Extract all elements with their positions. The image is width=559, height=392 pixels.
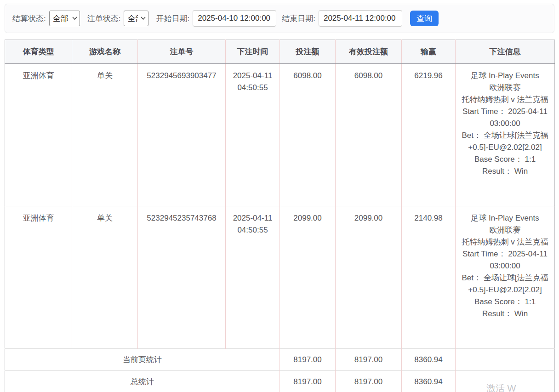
- cell-win-loss: 2140.98: [402, 206, 456, 349]
- bet-info-line: 托特纳姆热刺 v 法兰克福: [457, 94, 553, 106]
- settlement-status-select-control[interactable]: 全部: [49, 11, 80, 26]
- header-valid-bet-amount: 有效投注额: [336, 40, 402, 64]
- bet-info-line: Base Score： 1:1: [457, 296, 553, 308]
- cell-bet-info: 足球 In-Play Events 欧洲联赛 托特纳姆热刺 v 法兰克福 Sta…: [456, 64, 555, 206]
- cell-bet-amount: 6098.00: [280, 64, 336, 206]
- summary-bet-amount: 8197.00: [280, 349, 336, 371]
- order-status-select-control[interactable]: 全部: [124, 11, 148, 26]
- current-page-summary-row: 当前页统计 8197.00 8197.00 8360.94: [5, 349, 555, 371]
- cell-bet-time: 2025-04-11 04:50:55: [226, 206, 280, 349]
- activate-watermark: 激活 W: [486, 382, 516, 392]
- settlement-status-select[interactable]: 全部: [49, 11, 80, 26]
- total-summary-row: 总统计 8197.00 8197.00 8360.94: [5, 371, 555, 392]
- summary-bet-info-empty: [456, 349, 555, 371]
- summary-valid-bet-amount: 8197.00: [336, 371, 402, 392]
- header-bet-id: 注单号: [138, 40, 226, 64]
- bet-info-line: Start Time： 2025-04-11 03:00:00: [457, 248, 553, 272]
- total-summary-label: 总统计: [5, 371, 280, 392]
- cell-win-loss: 6219.96: [402, 64, 456, 206]
- bet-info-line: Start Time： 2025-04-11 03:00:00: [457, 106, 553, 130]
- summary-bet-amount: 8197.00: [280, 371, 336, 392]
- bet-info-line: Base Score： 1:1: [457, 153, 553, 165]
- bet-info-line: Bet： 全场让球[法兰克福 +0.5]-EU@2.02[2.02]: [457, 130, 553, 153]
- start-date-input[interactable]: [193, 10, 276, 27]
- cell-bet-id: 5232945693903477: [138, 64, 226, 206]
- current-page-summary-label: 当前页统计: [5, 349, 280, 371]
- table-row: 亚洲体育 单关 5232945235743768 2025-04-11 04:5…: [5, 206, 555, 349]
- end-date-label: 结束日期:: [282, 13, 315, 24]
- summary-win-loss: 8360.94: [402, 371, 456, 392]
- header-bet-amount: 投注额: [280, 40, 336, 64]
- summary-win-loss: 8360.94: [402, 349, 456, 371]
- summary-valid-bet-amount: 8197.00: [336, 349, 402, 371]
- settlement-status-label: 结算状态:: [12, 13, 46, 24]
- bet-info-line: 足球 In-Play Events: [457, 70, 553, 82]
- filter-bar: 结算状态: 全部 注单状态: 全部 开始日期: 结束日期: 查询: [5, 4, 554, 33]
- cell-valid-bet-amount: 2099.00: [336, 206, 402, 349]
- order-status-select[interactable]: 全部: [124, 11, 148, 26]
- bet-info-line: Result： Win: [457, 308, 553, 320]
- cell-sport-type: 亚洲体育: [5, 64, 72, 206]
- table-header-row: 体育类型 游戏名称 注单号 下注时间 投注额 有效投注额 输赢 下注信息: [5, 40, 555, 64]
- query-button[interactable]: 查询: [410, 11, 439, 26]
- bet-info-line: 欧洲联赛: [457, 224, 553, 236]
- header-bet-info: 下注信息: [456, 40, 555, 64]
- cell-game-name: 单关: [72, 64, 138, 206]
- cell-bet-amount: 2099.00: [280, 206, 336, 349]
- cell-sport-type: 亚洲体育: [5, 206, 72, 349]
- bet-info-line: Result： Win: [457, 165, 553, 177]
- cell-bet-info: 足球 In-Play Events 欧洲联赛 托特纳姆热刺 v 法兰克福 Sta…: [456, 206, 555, 349]
- cell-game-name: 单关: [72, 206, 138, 349]
- header-sport-type: 体育类型: [5, 40, 72, 64]
- cell-bet-id: 5232945235743768: [138, 206, 226, 349]
- cell-valid-bet-amount: 6098.00: [336, 64, 402, 206]
- order-status-label: 注单状态:: [87, 13, 121, 24]
- header-bet-time: 下注时间: [226, 40, 280, 64]
- table-row: 亚洲体育 单关 5232945693903477 2025-04-11 04:5…: [5, 64, 555, 206]
- end-date-input[interactable]: [319, 10, 402, 27]
- bet-info-line: 托特纳姆热刺 v 法兰克福: [457, 236, 553, 248]
- bet-records-table: 体育类型 游戏名称 注单号 下注时间 投注额 有效投注额 输赢 下注信息 亚洲体…: [5, 40, 555, 392]
- start-date-label: 开始日期:: [156, 13, 189, 24]
- header-win-loss: 输赢: [402, 40, 456, 64]
- bet-info-line: 足球 In-Play Events: [457, 212, 553, 224]
- header-game-name: 游戏名称: [72, 40, 138, 64]
- bet-info-line: Bet： 全场让球[法兰克福 +0.5]-EU@2.02[2.02]: [457, 272, 553, 296]
- bet-info-line: 欧洲联赛: [457, 82, 553, 94]
- cell-bet-time: 2025-04-11 04:50:55: [226, 64, 280, 206]
